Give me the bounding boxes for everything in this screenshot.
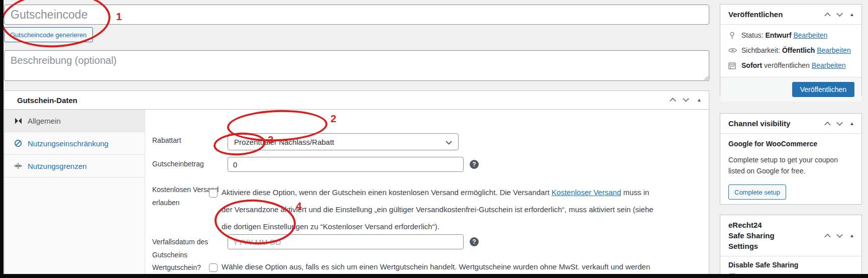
- coupon-amount-label: Gutscheinbetrag: [152, 157, 204, 170]
- window-edge-bottom: [0, 274, 868, 278]
- channel-description: Complete setup to get your coupon listed…: [728, 154, 853, 176]
- expiry-date-input[interactable]: [228, 234, 464, 249]
- limit-icon: [14, 162, 22, 169]
- publish-button[interactable]: Veröffentlichen: [792, 82, 854, 97]
- tab-label: Allgemein: [28, 117, 61, 125]
- edit-status-link[interactable]: Bearbeiten: [793, 31, 827, 39]
- coupon-data-fields: Rabattart Prozentualer Nachlass/Rabatt G…: [145, 110, 709, 274]
- disable-safe-sharing-label: Disable Safe Sharing: [728, 261, 853, 269]
- eye-icon: [728, 47, 737, 55]
- move-down-icon[interactable]: [836, 119, 843, 126]
- complete-setup-button[interactable]: Complete setup: [728, 184, 786, 200]
- window-edge-left: [0, 0, 4, 278]
- edit-visibility-link[interactable]: Bearbeiten: [817, 46, 851, 54]
- tab-nutzungseinschraenkung[interactable]: Nutzungseinschränkung: [5, 132, 145, 155]
- tab-label: Nutzungsgrenzen: [28, 162, 87, 170]
- channel-visibility-panel: Channel visibility ▲ Google for WooComme…: [720, 113, 862, 205]
- coupon-description-textarea[interactable]: [4, 50, 709, 81]
- erecht24-panel-title: eRecht24 Safe Sharing Settings: [728, 220, 814, 251]
- coupon-data-panel: Gutschein-Daten ▲ Allgemein Nutzungseins…: [4, 90, 709, 274]
- coupon-code-input[interactable]: [4, 5, 709, 25]
- discount-type-select[interactable]: Prozentualer Nachlass/Rabatt: [228, 133, 459, 150]
- value-voucher-label: Wertgutschein?: [152, 261, 201, 274]
- coupon-data-panel-header: Gutschein-Daten ▲: [5, 91, 709, 110]
- move-up-icon[interactable]: [824, 121, 831, 128]
- discount-type-value: Prozentualer Nachlass/Rabatt: [234, 138, 334, 146]
- visibility-row: Sichtbarkeit: Öffentlich Bearbeiten: [720, 43, 861, 58]
- coupon-amount-input[interactable]: [228, 157, 464, 172]
- wp-admin-coupon-screen: Gutscheincode generieren Gutschein-Daten…: [0, 0, 868, 278]
- expiry-label: Verfallsdatum des Gutscheins: [152, 235, 208, 261]
- discount-type-label: Rabattart: [152, 134, 181, 147]
- help-icon[interactable]: ?: [470, 237, 479, 246]
- percent-icon: [14, 118, 22, 124]
- tab-label: Nutzungseinschränkung: [28, 139, 108, 148]
- free-shipping-link[interactable]: Kostenloser Versand: [552, 188, 621, 197]
- chevron-down-icon: [446, 138, 452, 146]
- move-down-icon[interactable]: [683, 96, 689, 102]
- move-down-icon[interactable]: [836, 231, 843, 238]
- value-voucher-checkbox[interactable]: [209, 263, 218, 272]
- panel-title: Gutschein-Daten: [17, 96, 77, 105]
- move-down-icon[interactable]: [836, 10, 843, 17]
- panel-toggle-icon[interactable]: ▲: [697, 98, 702, 103]
- move-up-icon[interactable]: [824, 12, 831, 19]
- calendar-icon: [728, 62, 736, 71]
- pin-icon: [728, 32, 736, 41]
- move-up-icon[interactable]: [824, 233, 831, 240]
- panel-toggle-icon[interactable]: ▲: [849, 121, 854, 126]
- move-up-icon[interactable]: [670, 98, 676, 104]
- publish-panel: Veröffentlichen ▲ Status: Entwurf Bearbe…: [720, 4, 862, 96]
- status-row: Status: Entwurf Bearbeiten: [720, 28, 861, 43]
- erecht24-panel: eRecht24 Safe Sharing Settings ▲ Disable…: [720, 215, 862, 278]
- block-icon: [14, 139, 22, 147]
- help-icon[interactable]: ?: [470, 160, 479, 169]
- schedule-row: Sofort veröffentlichen Bearbeiten: [720, 58, 861, 73]
- edit-schedule-link[interactable]: Bearbeiten: [812, 61, 846, 69]
- tab-allgemein[interactable]: Allgemein: [5, 110, 145, 132]
- panel-toggle-icon[interactable]: ▲: [849, 12, 854, 17]
- panel-toggle-icon[interactable]: ▲: [849, 233, 854, 238]
- coupon-data-tabs: Allgemein Nutzungseinschränkung Nutzungs…: [5, 110, 145, 275]
- free-shipping-checkbox[interactable]: [209, 189, 218, 198]
- tab-nutzungsgrenzen[interactable]: Nutzungsgrenzen: [5, 155, 145, 177]
- free-shipping-description: Aktiviere diese Option, wenn der Gutsche…: [222, 184, 660, 235]
- channel-subtitle: Google for WooCommerce: [728, 140, 853, 148]
- generate-coupon-code-button[interactable]: Gutscheincode generieren: [4, 27, 93, 42]
